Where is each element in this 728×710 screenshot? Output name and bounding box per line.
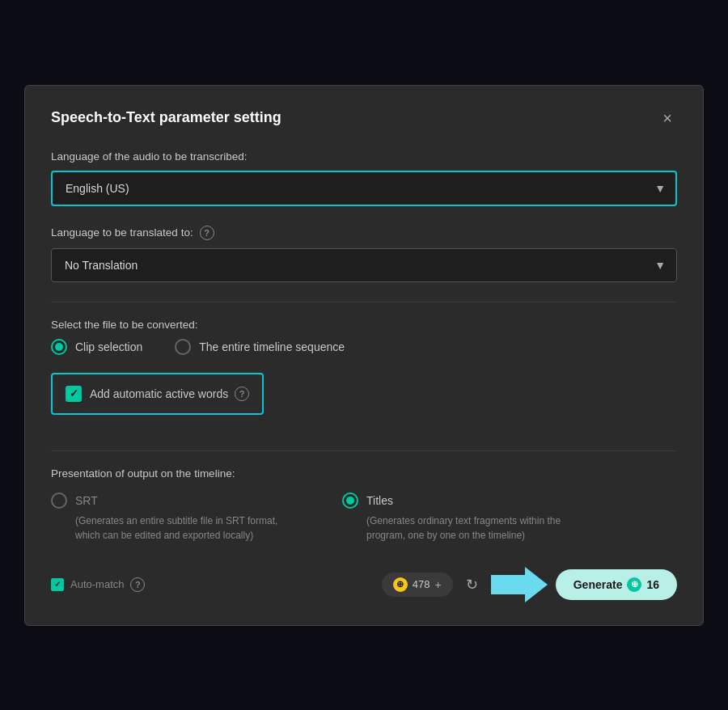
- active-words-text: Add automatic active words: [90, 387, 228, 400]
- output-option-srt[interactable]: SRT (Generates an entire subtitle file i…: [51, 492, 294, 543]
- generate-plus-icon: ⊕: [627, 577, 641, 592]
- credit-plus: +: [435, 578, 442, 591]
- generate-button[interactable]: Generate ⊕ 16: [556, 569, 677, 600]
- auto-match-row: ✓ Auto-match ?: [51, 577, 145, 592]
- auto-match-checkbox[interactable]: ✓: [51, 578, 64, 591]
- radio-titles-label: Titles: [366, 494, 393, 507]
- refresh-button[interactable]: ↻: [463, 573, 481, 597]
- radio-clip-circle: [51, 339, 67, 355]
- footer-row: ✓ Auto-match ? ⊕ 478 + ↻ Ge: [51, 567, 677, 602]
- output-section-label: Presentation of output on the timeline:: [51, 467, 677, 480]
- file-convert-radio-group: Clip selection The entire timeline seque…: [51, 339, 677, 355]
- radio-srt-circle: [51, 492, 67, 509]
- output-titles-header: Titles: [342, 492, 585, 509]
- radio-clip-selection[interactable]: Clip selection: [51, 339, 142, 355]
- output-option-titles[interactable]: Titles (Generates ordinary text fragment…: [342, 492, 585, 543]
- credit-icon: ⊕: [393, 577, 408, 592]
- radio-titles-circle: [342, 492, 358, 509]
- active-words-check-icon: ✓: [70, 387, 78, 399]
- dialog-title: Speech-to-Text parameter setting: [51, 109, 281, 126]
- dialog-header: Speech-to-Text parameter setting ×: [51, 108, 677, 128]
- generate-label: Generate: [574, 578, 623, 591]
- close-button[interactable]: ×: [658, 108, 677, 128]
- divider-2: [51, 450, 677, 451]
- radio-entire-timeline[interactable]: The entire timeline sequence: [175, 339, 345, 355]
- translate-help-icon[interactable]: ?: [200, 226, 214, 240]
- active-words-checkbox: ✓: [66, 386, 82, 402]
- file-convert-label: Select the file to be converted:: [51, 319, 677, 331]
- divider-1: [51, 302, 677, 302]
- srt-description: (Generates an entire subtitle file in SR…: [51, 513, 294, 543]
- active-words-help-icon[interactable]: ?: [235, 387, 249, 401]
- translate-language-header: Language to be translated to: ?: [51, 226, 677, 240]
- right-controls: ⊕ 478 + ↻ Generate ⊕ 16: [382, 567, 677, 602]
- credit-badge: ⊕ 478 +: [382, 573, 453, 597]
- speech-to-text-dialog: Speech-to-Text parameter setting × Langu…: [24, 85, 704, 626]
- cyan-arrow-icon: [491, 567, 548, 602]
- output-options: SRT (Generates an entire subtitle file i…: [51, 492, 677, 543]
- arrow-container: Generate ⊕ 16: [491, 567, 677, 602]
- titles-description: (Generates ordinary text fragments withi…: [342, 513, 585, 543]
- radio-srt-label: SRT: [75, 494, 98, 507]
- translate-language-select[interactable]: No Translation English Spanish: [51, 248, 677, 282]
- translate-language-label: Language to be translated to:: [51, 226, 193, 239]
- auto-match-check-icon: ✓: [54, 580, 61, 589]
- radio-clip-label: Clip selection: [75, 340, 142, 353]
- output-srt-header: SRT: [51, 492, 294, 509]
- svg-marker-0: [491, 567, 548, 602]
- audio-language-select[interactable]: English (US) English (UK) Spanish French: [51, 171, 677, 206]
- audio-language-label: Language of the audio to be transcribed:: [51, 150, 677, 163]
- credit-count: 478: [413, 578, 430, 590]
- active-words-checkbox-section[interactable]: ✓ Add automatic active words ?: [51, 373, 264, 415]
- generate-count: 16: [646, 578, 659, 591]
- active-words-label: Add automatic active words ?: [90, 387, 249, 401]
- auto-match-label: Auto-match: [70, 578, 124, 590]
- radio-entire-circle: [175, 339, 191, 355]
- auto-match-help-icon[interactable]: ?: [130, 577, 145, 592]
- translate-language-select-wrapper: No Translation English Spanish ▼: [51, 248, 677, 282]
- audio-language-select-wrapper: English (US) English (UK) Spanish French…: [51, 171, 677, 206]
- radio-entire-label: The entire timeline sequence: [199, 340, 345, 353]
